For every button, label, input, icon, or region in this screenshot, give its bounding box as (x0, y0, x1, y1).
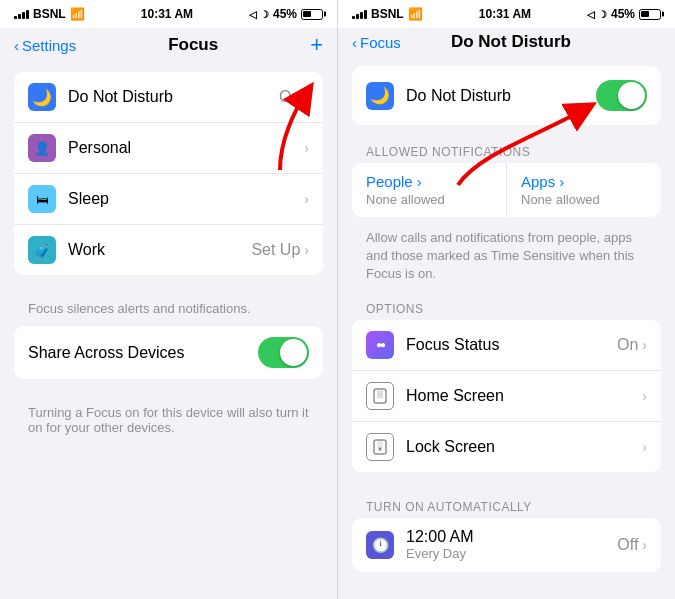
personal-item[interactable]: 👤 Personal › (14, 123, 323, 174)
carrier-right: BSNL (371, 7, 404, 21)
share-section: Share Across Devices (14, 326, 323, 379)
page-title-left: Focus (168, 35, 218, 55)
back-label-right: Focus (360, 34, 401, 51)
allowed-notif-header: ALLOWED NOTIFICATIONS (338, 137, 675, 163)
work-value: Set Up (251, 241, 300, 259)
wifi-icon-left: 📶 (70, 7, 85, 21)
personal-icon: 👤 (28, 134, 56, 162)
focus-status-icon: ●● (366, 331, 394, 359)
left-content: 🌙 Do Not Disturb On › 👤 Personal › 🛏 Sle… (0, 64, 337, 599)
focus-caption: Focus silences alerts and notifications. (0, 295, 337, 326)
auto-header: TURN ON AUTOMATICALLY (338, 492, 675, 518)
apps-title[interactable]: Apps › (521, 173, 647, 190)
focus-status-label: Focus Status (406, 336, 617, 354)
status-right-right: ◁ ☽ 45% (587, 7, 661, 21)
dnd-title-right: Do Not Disturb (406, 87, 596, 105)
sleep-label: Sleep (68, 190, 304, 208)
signal-icon-right (352, 10, 367, 19)
apps-col[interactable]: Apps › None allowed (507, 163, 661, 217)
home-screen-item[interactable]: Home Screen › (352, 371, 661, 422)
lock-phone-icon (372, 439, 388, 455)
sleep-chevron: › (304, 191, 309, 207)
do-not-disturb-item[interactable]: 🌙 Do Not Disturb On › (14, 72, 323, 123)
lock-screen-item[interactable]: Lock Screen › (352, 422, 661, 472)
page-title-right: Do Not Disturb (451, 32, 571, 52)
nav-icon-left: ◁ ☽ (249, 9, 269, 20)
home-screen-chevron: › (642, 388, 647, 404)
work-item[interactable]: 🧳 Work Set Up › (14, 225, 323, 275)
svg-rect-4 (377, 441, 383, 448)
chevron-back-icon-right: ‹ (352, 34, 357, 51)
status-bar-right-info: BSNL 📶 (352, 7, 423, 21)
right-content: 🌙 Do Not Disturb ALLOWED NOTIFICATIONS P… (338, 58, 675, 599)
auto-sub: Every Day (406, 546, 617, 561)
back-button-right[interactable]: ‹ Focus (352, 34, 401, 51)
options-header: OPTIONS (338, 294, 675, 320)
lock-screen-chevron: › (642, 439, 647, 455)
auto-value: Off (617, 536, 638, 554)
carrier-left: BSNL (33, 7, 66, 21)
share-item[interactable]: Share Across Devices (14, 326, 323, 379)
auto-title: 12:00 AM (406, 528, 617, 546)
apps-sub: None allowed (521, 192, 647, 207)
home-screen-icon (366, 382, 394, 410)
add-button[interactable]: + (310, 32, 323, 58)
share-caption: Turning a Focus on for this device will … (0, 399, 337, 445)
time-right: 10:31 AM (479, 7, 531, 21)
left-panel: BSNL 📶 10:31 AM ◁ ☽ 45% ‹ Settings Focus… (0, 0, 337, 599)
lock-screen-icon (366, 433, 394, 461)
dnd-toggle[interactable] (596, 80, 647, 111)
focus-list: 🌙 Do Not Disturb On › 👤 Personal › 🛏 Sle… (14, 72, 323, 275)
allowed-caption: Allow calls and notifications from peopl… (338, 223, 675, 294)
people-col[interactable]: People › None allowed (352, 163, 507, 217)
sleep-item[interactable]: 🛏 Sleep › (14, 174, 323, 225)
auto-list: 🕛 12:00 AM Every Day Off › (352, 518, 661, 572)
phone-icon (372, 388, 388, 404)
dnd-chevron: › (304, 89, 309, 105)
svg-rect-5 (379, 447, 382, 450)
auto-icon: 🕛 (366, 531, 394, 559)
auto-text: 12:00 AM Every Day (406, 528, 617, 561)
svg-rect-2 (377, 390, 383, 398)
focus-status-value: On (617, 336, 638, 354)
dnd-icon-left: 🌙 (28, 83, 56, 111)
signal-icon (14, 10, 29, 19)
options-list: ●● Focus Status On › Home Screen › (352, 320, 661, 472)
nav-bar-left: ‹ Settings Focus + (0, 28, 337, 64)
focus-status-item[interactable]: ●● Focus Status On › (352, 320, 661, 371)
nav-icon-right: ◁ ☽ (587, 9, 607, 20)
back-button-left[interactable]: ‹ Settings (14, 37, 76, 54)
battery-pct-left: 45% (273, 7, 297, 21)
auto-midnight-item[interactable]: 🕛 12:00 AM Every Day Off › (352, 518, 661, 572)
people-sub: None allowed (366, 192, 492, 207)
battery-icon-left (301, 9, 323, 20)
focus-status-chevron: › (642, 337, 647, 353)
status-bar-right: BSNL 📶 10:31 AM ◁ ☽ 45% (338, 0, 675, 28)
dnd-toggle-knob (618, 82, 645, 109)
personal-label: Personal (68, 139, 304, 157)
dnd-moon-icon: 🌙 (366, 82, 394, 110)
right-panel: BSNL 📶 10:31 AM ◁ ☽ 45% ‹ Focus Do Not D… (338, 0, 675, 599)
auto-chevron: › (642, 537, 647, 553)
wifi-icon-right: 📶 (408, 7, 423, 21)
status-right-left: ◁ ☽ 45% (249, 7, 323, 21)
dnd-label-left: Do Not Disturb (68, 88, 279, 106)
notif-row: People › None allowed Apps › None allowe… (352, 163, 661, 217)
share-label: Share Across Devices (28, 344, 258, 362)
work-icon: 🧳 (28, 236, 56, 264)
status-bar-left: BSNL 📶 10:31 AM ◁ ☽ 45% (0, 0, 337, 28)
lock-screen-label: Lock Screen (406, 438, 642, 456)
share-toggle[interactable] (258, 337, 309, 368)
battery-icon-right (639, 9, 661, 20)
chevron-left-icon: ‹ (14, 37, 19, 54)
status-bar-left-info: BSNL 📶 (14, 7, 85, 21)
toggle-knob (280, 339, 307, 366)
dnd-value-left: On (279, 88, 300, 106)
work-chevron: › (304, 242, 309, 258)
sleep-icon: 🛏 (28, 185, 56, 213)
allowed-notif-box: People › None allowed Apps › None allowe… (352, 163, 661, 217)
dnd-header: 🌙 Do Not Disturb (352, 66, 661, 125)
back-label-left: Settings (22, 37, 76, 54)
people-title[interactable]: People › (366, 173, 492, 190)
work-label: Work (68, 241, 251, 259)
